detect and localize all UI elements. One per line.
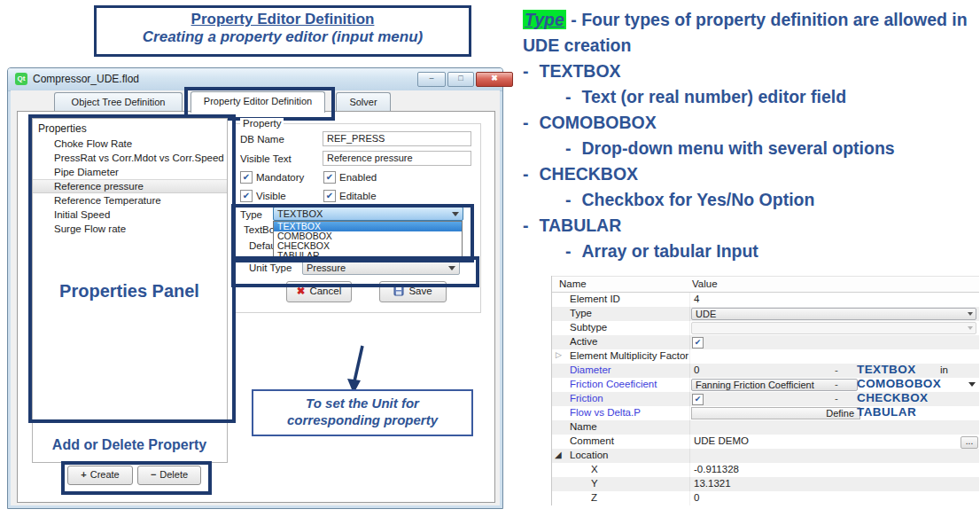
expand-collapsed-icon[interactable]: ▷: [556, 350, 562, 359]
visible-label: Visible: [256, 191, 286, 201]
unit-label: in: [940, 364, 948, 375]
friction-coefficient-combobox[interactable]: Fanning Friction Coefficient: [691, 379, 858, 391]
table-row[interactable]: Y 13.1321: [552, 477, 979, 491]
db-name-label: DB Name: [240, 134, 284, 145]
type-highlight: Type: [523, 10, 566, 29]
type-item-tabular: -TABULAR: [523, 213, 978, 239]
table-row[interactable]: Diameter 0 - TEXTBOX in: [552, 364, 979, 378]
properties-panel-annotation-label: Properties Panel: [43, 281, 215, 302]
visible-text-input[interactable]: Reference pressure: [323, 151, 471, 166]
type-value-combobox[interactable]: UDE: [691, 308, 976, 320]
red-x-icon: ✖: [297, 286, 306, 296]
list-item-selected[interactable]: Reference pressure: [33, 179, 227, 193]
minimize-button[interactable]: –: [417, 72, 446, 87]
unit-type-combobox[interactable]: Pressure: [302, 261, 460, 275]
type-label: Type: [240, 209, 262, 220]
enabled-label: Enabled: [339, 172, 377, 183]
right-explainer: Type - Four types of property definition…: [523, 7, 978, 264]
visible-text-label: Visible Text: [240, 153, 292, 164]
type-desc-textbox: -Text (or real number) editor field: [523, 84, 978, 110]
window-title: Compressor_UDE.flod: [33, 73, 139, 85]
tab-object-tree-definition[interactable]: Object Tree Definition: [54, 92, 183, 112]
chevron-down-icon: [968, 326, 973, 330]
add-delete-annotation-label: Add or Delete Property: [35, 437, 224, 453]
tab-property-editor-definition[interactable]: Property Editor Definition: [191, 91, 325, 113]
window-titlebar[interactable]: Qt Compressor_UDE.flod – □ ✖: [8, 68, 502, 91]
slide-subtitle: Creating a property editor (input menu): [97, 28, 469, 46]
chevron-down-icon: [448, 266, 455, 270]
list-item[interactable]: PressRat vs Corr.Mdot vs Corr.Speed: [33, 151, 227, 165]
cancel-button[interactable]: ✖Cancel: [286, 281, 352, 302]
dropdown-option-tabular[interactable]: TABULAR: [274, 251, 462, 258]
list-item[interactable]: Surge Flow rate: [33, 222, 227, 236]
mandatory-checkbox[interactable]: ✔: [240, 171, 253, 184]
column-header-value: Value: [692, 278, 718, 289]
type-desc-checkbox: -Checkbox for Yes/No Option: [523, 187, 978, 213]
close-button[interactable]: ✖: [476, 72, 513, 87]
qt-app-icon: Qt: [15, 73, 27, 85]
textbox-tag-annotation: TEXTBOX: [857, 363, 916, 376]
ellipsis-button[interactable]: ...: [961, 436, 978, 449]
list-item[interactable]: Reference Temperature: [33, 193, 227, 208]
type-item-textbox: -TEXTBOX: [523, 59, 978, 84]
type-dropdown-list[interactable]: TEXTBOX COMBOBOX CHECKBOX TABULAR: [273, 221, 463, 258]
table-row[interactable]: ▷ Element Multiplicity Factor: [552, 349, 979, 364]
tab-solver[interactable]: Solver: [336, 92, 391, 112]
property-table: Name Value Element ID 4 Type UDE Subtype…: [551, 276, 979, 505]
table-row[interactable]: Subtype: [552, 321, 979, 335]
table-row[interactable]: Comment UDE DEMO ...: [552, 435, 979, 449]
unit-type-label: Unit Type: [249, 262, 292, 273]
list-item[interactable]: Pipe Diameter: [33, 165, 227, 179]
list-item[interactable]: Choke Flow Rate: [33, 137, 227, 151]
save-icon: [393, 286, 404, 296]
define-button[interactable]: Define: [691, 407, 860, 419]
type-item-combobox: -COMOBOBOX: [523, 110, 978, 136]
editable-label: Editable: [339, 191, 377, 201]
table-header: Name Value: [552, 276, 979, 293]
table-row[interactable]: Type UDE: [552, 307, 979, 321]
type-item-checkbox: -CHECKBOX: [523, 161, 978, 187]
create-button[interactable]: +Create: [67, 466, 133, 485]
table-row[interactable]: Element ID 4: [552, 293, 979, 307]
chevron-down-icon: [968, 312, 973, 316]
type-desc-combobox: -Drop-down menu with several options: [523, 136, 978, 161]
friction-checkbox[interactable]: ✔: [692, 394, 704, 405]
delete-button[interactable]: −Delete: [137, 466, 201, 485]
plus-icon: +: [81, 469, 86, 480]
chevron-down-icon: [452, 212, 459, 216]
visible-checkbox[interactable]: ✔: [240, 190, 253, 202]
column-header-name: Name: [559, 278, 587, 289]
editable-checkbox[interactable]: ✔: [323, 190, 336, 202]
property-group-label: Property: [240, 118, 284, 129]
minus-icon: −: [151, 469, 156, 480]
enabled-checkbox[interactable]: ✔: [323, 171, 336, 184]
expand-expanded-icon[interactable]: ◢: [555, 450, 562, 459]
table-row[interactable]: Name: [552, 420, 979, 435]
table-row[interactable]: X -0.911328: [552, 463, 979, 477]
checkbox-tag-annotation: CHECKBOX: [857, 391, 928, 404]
table-row[interactable]: Active ✔: [552, 335, 979, 349]
subtype-combobox[interactable]: [691, 322, 976, 334]
app-window: Qt Compressor_UDE.flod – □ ✖ Object Tree…: [7, 67, 503, 509]
list-item[interactable]: Initial Speed: [33, 208, 227, 222]
mandatory-label: Mandatory: [256, 172, 304, 183]
chevron-down-icon: [968, 382, 976, 387]
table-row[interactable]: Z 0: [552, 491, 979, 505]
combobox-tag-annotation: COMOBOBOX: [857, 377, 941, 390]
table-row[interactable]: ◢ Location: [552, 449, 979, 463]
slide-title: Property Editor Definition: [97, 11, 469, 28]
table-row[interactable]: Friction ✔ - CHECKBOX: [552, 392, 979, 406]
table-row[interactable]: Friction Coeeficient Fanning Friction Co…: [552, 378, 979, 392]
active-checkbox[interactable]: ✔: [692, 337, 704, 349]
db-name-input[interactable]: REF_PRESS: [323, 131, 471, 146]
slide-title-box: Property Editor Definition Creating a pr…: [94, 5, 471, 57]
properties-root-node[interactable]: Properties: [33, 119, 227, 137]
table-row[interactable]: Flow vs Delta.P Define TABULAR: [552, 406, 979, 420]
maximize-button[interactable]: □: [447, 72, 474, 87]
type-combobox[interactable]: TEXTBOX: [273, 207, 463, 221]
type-heading: Type - Four types of property definition…: [523, 7, 978, 59]
tabular-tag-annotation: TABULAR: [857, 405, 916, 419]
unit-callout-box: To set the Unit for corresponding proper…: [252, 389, 473, 436]
type-desc-tabular: -Array or tabular Input: [523, 239, 978, 264]
save-button[interactable]: Save: [379, 281, 447, 302]
